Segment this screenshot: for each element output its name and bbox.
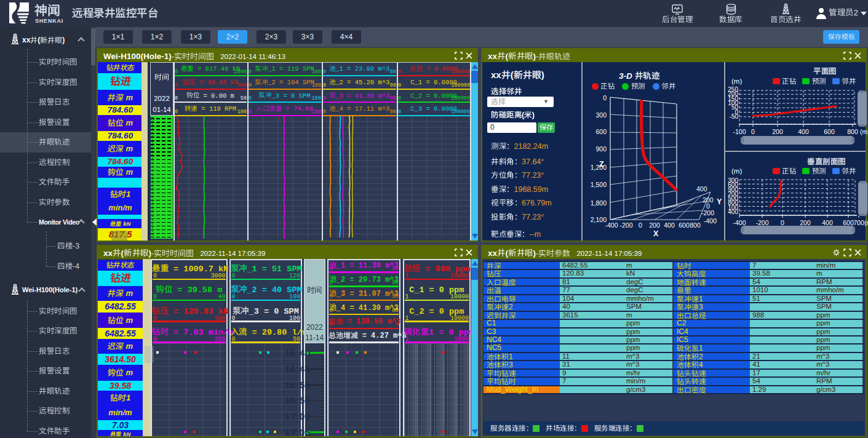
svg-text:Y: Y <box>717 197 722 206</box>
svg-text:400: 400 <box>822 219 833 226</box>
svg-text:-200: -200 <box>755 219 768 226</box>
svg-text:-200: -200 <box>701 209 714 217</box>
svg-text:1,200: 1,200 <box>591 164 607 171</box>
svg-text:800: 800 <box>847 128 858 135</box>
svg-text:1,500: 1,500 <box>591 181 607 188</box>
svg-text:0: 0 <box>603 94 607 102</box>
svg-text:600: 600 <box>679 221 690 229</box>
svg-text:0: 0 <box>781 219 784 226</box>
svg-text:300: 300 <box>595 111 607 119</box>
svg-text:-400: -400 <box>605 221 618 229</box>
svg-text:X: X <box>653 229 659 238</box>
svg-text:600: 600 <box>824 128 835 135</box>
svg-text:-100: -100 <box>733 128 746 135</box>
svg-text:(m): (m) <box>864 219 868 226</box>
svg-text:-50: -50 <box>730 113 739 120</box>
svg-text:900: 900 <box>595 145 607 153</box>
svg-text:(m): (m) <box>860 128 868 135</box>
svg-text:700: 700 <box>853 219 864 226</box>
svg-text:400: 400 <box>798 128 809 135</box>
svg-text:0: 0 <box>639 221 642 229</box>
svg-text:600: 600 <box>595 128 607 135</box>
svg-text:400: 400 <box>728 209 738 215</box>
svg-text:-400: -400 <box>733 219 746 226</box>
svg-text:-400: -400 <box>704 217 717 225</box>
svg-text:200: 200 <box>800 219 811 226</box>
svg-text:1,800: 1,800 <box>591 199 607 207</box>
svg-text:-200: -200 <box>619 221 632 229</box>
svg-text:400: 400 <box>664 221 675 229</box>
svg-text:Z: Z <box>599 160 604 169</box>
svg-text:0: 0 <box>751 128 755 135</box>
svg-text:2,100: 2,100 <box>591 216 607 223</box>
svg-text:400: 400 <box>696 185 707 193</box>
svg-text:200: 200 <box>649 221 660 229</box>
svg-text:800: 800 <box>690 221 701 229</box>
svg-text:600: 600 <box>843 219 854 226</box>
svg-text:200: 200 <box>772 128 783 135</box>
